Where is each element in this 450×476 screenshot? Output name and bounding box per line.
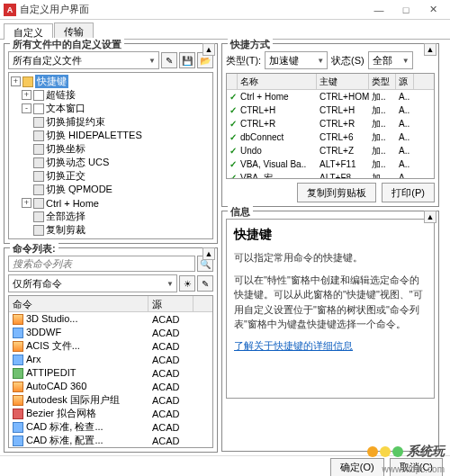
command-row[interactable]: Autodesk 国际用户组ACAD <box>9 393 212 407</box>
close-button[interactable]: ✕ <box>419 1 446 19</box>
tree-node[interactable]: +超链接 <box>11 88 211 102</box>
type-dropdown[interactable]: 加速键 ▼ <box>265 51 328 69</box>
node-icon <box>33 117 44 128</box>
expand-icon[interactable] <box>22 157 32 167</box>
shortcut-table-header: 名称 主键 类型 源 <box>227 74 434 90</box>
col-src[interactable]: 源 <box>396 74 414 89</box>
search-input[interactable] <box>8 256 195 272</box>
cmd-tool2-button[interactable]: ✎ <box>197 275 213 292</box>
col-name[interactable]: 名称 <box>238 74 317 89</box>
cmd-tool1-button[interactable]: ☀ <box>179 275 195 292</box>
expand-icon[interactable] <box>22 130 32 140</box>
command-icon <box>13 368 23 379</box>
command-row[interactable]: AutoCAD 360ACAD <box>9 380 212 393</box>
tree-node[interactable]: 切换 QPMODE <box>11 183 211 196</box>
expand-icon[interactable]: + <box>22 90 32 100</box>
shortcut-row[interactable]: ✓Ctrl + HomeCTRL+HOME加..A.. <box>227 90 434 103</box>
command-icon <box>13 341 23 352</box>
shortcut-table[interactable]: 名称 主键 类型 源 ✓Ctrl + HomeCTRL+HOME加..A..✓C… <box>226 73 435 179</box>
sc-name: CTRL+H <box>238 105 317 115</box>
command-row[interactable]: 3DDWFACAD <box>9 326 212 339</box>
shortcut-row[interactable]: ✓CTRL+RCTRL+R加..A.. <box>227 117 434 130</box>
sc-type: 加.. <box>369 172 396 180</box>
collapse-up-icon[interactable]: ▲ <box>424 211 436 223</box>
tree-node[interactable]: 切换动态 UCS <box>11 156 211 169</box>
tree-node[interactable]: +快捷键 <box>11 75 211 88</box>
expand-icon[interactable] <box>22 211 32 221</box>
state-dropdown[interactable]: 全部 ▼ <box>368 51 413 69</box>
tree-node[interactable]: -文本窗口 <box>11 102 211 115</box>
tab-transfer[interactable]: 传输 <box>54 22 94 39</box>
expand-icon[interactable]: + <box>22 238 32 239</box>
command-icon <box>13 382 23 392</box>
command-row[interactable]: ArxACAD <box>9 353 212 366</box>
tree-node[interactable]: 切换 HIDEPALETTES <box>11 129 211 142</box>
tree-node[interactable]: 切换坐标 <box>11 142 211 156</box>
expand-icon[interactable]: - <box>22 103 32 113</box>
collapse-up-icon[interactable]: ▲ <box>202 247 215 260</box>
print-button[interactable]: 打印(P) <box>382 183 435 202</box>
command-source: ACAD <box>148 436 194 446</box>
node-label: 切换捕捉约束 <box>46 115 105 129</box>
minimize-button[interactable]: — <box>365 1 392 19</box>
expand-icon[interactable] <box>22 144 32 154</box>
node-label: 文本窗口 <box>46 102 86 115</box>
collapse-up-icon[interactable]: ▲ <box>202 43 215 56</box>
col-type[interactable]: 类型 <box>369 74 396 89</box>
command-source: ACAD <box>148 328 194 338</box>
command-table[interactable]: 命令 源 3D Studio...ACAD3DDWFACADACIS 文件...… <box>8 295 213 448</box>
col-key[interactable]: 主键 <box>317 74 369 89</box>
check-icon: ✓ <box>227 146 238 156</box>
tree-node[interactable]: 切换正交 <box>11 169 211 183</box>
command-row[interactable]: CAD 标准, 配置...ACAD <box>9 434 212 447</box>
chevron-down-icon: ▼ <box>402 57 410 65</box>
tree-node[interactable]: 切换捕捉约束 <box>11 115 211 129</box>
files-dropdown[interactable]: 所有自定义文件 ▼ <box>8 51 159 69</box>
info-link[interactable]: 了解关于快捷键的详细信息 <box>234 339 427 353</box>
command-icon <box>13 409 23 419</box>
tree-node[interactable]: +Ctrl + Home <box>11 196 211 210</box>
shortcut-row[interactable]: ✓dbConnectCTRL+6加..A.. <box>227 130 434 144</box>
ok-button[interactable]: 确定(O) <box>330 458 384 477</box>
customization-tree[interactable]: +快捷键+超链接-文本窗口切换捕捉约束切换 HIDEPALETTES切换坐标切换… <box>8 72 213 239</box>
sc-type: 加.. <box>369 145 396 157</box>
collapse-up-icon[interactable]: ▲ <box>424 43 436 56</box>
shortcut-row[interactable]: ✓CTRL+HCTRL+H加..A.. <box>227 103 434 117</box>
expand-icon[interactable] <box>22 171 32 181</box>
tree-node[interactable]: 全部选择 <box>11 210 211 223</box>
shortcut-group: 快捷方式 ▲ 类型(T): 加速键 ▼ 状态(S) 全部 ▼ 名称 主键 <box>221 43 439 207</box>
shortcut-legend: 快捷方式 <box>228 38 273 51</box>
command-row[interactable]: 3D Studio...ACAD <box>9 312 212 326</box>
save-file-button[interactable]: 💾 <box>179 52 195 68</box>
shortcut-row[interactable]: ✓VBA, 宏...ALT+F8加..A.. <box>227 171 434 179</box>
command-row[interactable]: ATTIPEDITACAD <box>9 366 212 380</box>
command-name: AutoCAD 360 <box>26 381 86 391</box>
chevron-down-icon: ▼ <box>166 280 174 288</box>
command-name: CAD 标准, 检查... <box>26 421 104 432</box>
col-command[interactable]: 命令 <box>9 296 148 311</box>
sc-key: CTRL+Z <box>317 146 369 156</box>
expand-icon[interactable] <box>22 184 32 194</box>
expand-icon[interactable] <box>22 117 32 127</box>
expand-icon[interactable]: + <box>11 76 21 86</box>
command-filter-dropdown[interactable]: 仅所有命令 ▼ <box>8 274 177 292</box>
command-row[interactable]: ACIS 文件...ACAD <box>9 339 212 353</box>
command-row[interactable]: CAD 标准, 检查...ACAD <box>9 420 212 434</box>
command-name: 3D Studio... <box>26 313 77 324</box>
node-icon <box>33 171 44 182</box>
node-label: 切换 QPMODE <box>46 183 112 196</box>
tree-node[interactable]: +新建... <box>11 237 211 239</box>
shortcut-row[interactable]: ✓UndoCTRL+Z加..A.. <box>227 144 434 157</box>
tree-node[interactable]: 复制剪裁 <box>11 223 211 237</box>
sc-src: A.. <box>396 146 414 156</box>
command-row[interactable]: CAD 标准, 图层转换器...ACAD <box>9 447 212 448</box>
node-label: 全部选择 <box>46 210 86 223</box>
maximize-button[interactable]: □ <box>392 1 419 19</box>
shortcut-row[interactable]: ✓VBA, Visual Ba..ALT+F11加..A.. <box>227 157 434 171</box>
expand-icon[interactable]: + <box>22 198 32 208</box>
col-source[interactable]: 源 <box>148 296 194 311</box>
command-row[interactable]: Bezier 拟合网格ACAD <box>9 407 212 420</box>
copy-clipboard-button[interactable]: 复制到剪贴板 <box>297 183 376 202</box>
expand-icon[interactable] <box>22 225 32 235</box>
new-file-button[interactable]: ✎ <box>161 52 177 68</box>
